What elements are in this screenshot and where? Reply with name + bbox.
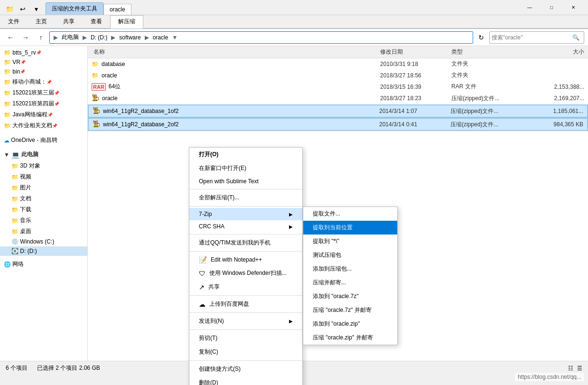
submenu-add-archive[interactable]: 添加到压缩包... [303, 262, 397, 276]
table-row[interactable]: 🗜 oracle 2018/3/27 18:23 压缩(zipped)文件...… [88, 93, 588, 104]
ctx-cut[interactable]: 剪切(T) [189, 331, 302, 345]
file-list-header: 名称 修改日期 类型 大小 [88, 46, 588, 58]
ctx-sep8 [189, 360, 302, 361]
submenu-add-zip[interactable]: 添加到 "oracle.zip" [303, 317, 397, 331]
path-dropdown-icon: ▼ [172, 34, 177, 41]
ctx-delete[interactable]: 删除(D) [189, 376, 302, 385]
ctx-defender[interactable]: 🛡 使用 Windows Defender扫描... [189, 266, 302, 280]
ribbon-tab-view[interactable]: 查看 [83, 15, 110, 28]
submenu-extract-files[interactable]: 提取文件... [303, 207, 397, 221]
ribbon-tabs: 文件 主页 共享 查看 解压缩 [0, 15, 588, 28]
sidebar-item-desktop[interactable]: 📁 桌面 [0, 226, 87, 237]
list-view-icon[interactable]: ☷ [568, 365, 573, 372]
folder-icon: 📁 [4, 59, 11, 66]
submenu-compress-email-zip[interactable]: 压缩 "oracle.zip" 并邮寄 [303, 331, 397, 345]
ctx-sep3 [189, 234, 302, 235]
folder-icon: 📁 [11, 217, 19, 224]
pin-icon: 📌 [47, 113, 53, 117]
watermark: https://blog.csdn.net/qq... [515, 373, 584, 381]
ctx-send-to[interactable]: 发送到(N) ▶ [189, 314, 302, 328]
tab-oracle[interactable]: oracle [103, 4, 131, 15]
minimize-button[interactable]: — [519, 0, 541, 15]
col-header-type[interactable]: 类型 [451, 48, 527, 56]
ribbon-tab-share[interactable]: 共享 [55, 15, 83, 28]
ctx-crcsha[interactable]: CRC SHA ▶ [189, 220, 302, 233]
path-oracle[interactable]: oracle [151, 33, 170, 42]
submenu-compress-email-7z[interactable]: 压缩 "oracle.7z" 并邮寄 [303, 303, 397, 317]
ctx-7zip[interactable]: 7-Zip ▶ [189, 208, 302, 220]
folder-icon: 📁 [4, 49, 11, 56]
ctx-create-shortcut[interactable]: 创建快捷方式(S) [189, 362, 302, 376]
forward-button[interactable]: → [19, 31, 32, 44]
table-row-selected-1[interactable]: 🗜 win64_11gR2_database_1of2 2014/3/14 1:… [88, 104, 588, 118]
sidebar-section-pc[interactable]: ▼ 💻 此电脑 [0, 149, 87, 160]
sidebar-item-class3[interactable]: 📁 152021班第三届 📌 [0, 87, 87, 98]
search-input[interactable] [492, 34, 572, 41]
submenu-compress-email[interactable]: 压缩并邮寄... [303, 276, 397, 290]
search-box[interactable]: 🔍 [489, 31, 584, 44]
folder-icon: 📁 [11, 207, 19, 213]
share-icon: ↗ [199, 283, 205, 291]
down-btn[interactable]: ▾ [30, 3, 42, 15]
ribbon-tab-home[interactable]: 主页 [28, 15, 55, 28]
path-drive[interactable]: D: (D:) [89, 33, 109, 42]
address-path[interactable]: ▶ 此电脑 ▶ D: (D:) ▶ software ▶ oracle ▼ [49, 31, 473, 44]
path-pc[interactable]: 此电脑 [60, 32, 81, 42]
ctx-notepad[interactable]: 📝 Edit with Notepad++ [189, 253, 302, 266]
detail-view-icon[interactable]: ☰ [577, 365, 582, 372]
ctx-open-sublime[interactable]: Open with Sublime Text [189, 175, 302, 188]
sidebar-item-3d[interactable]: 📁 3D 对象 [0, 160, 87, 171]
ctx-open[interactable]: 打开(O) [189, 148, 302, 161]
ctx-copy[interactable]: 复制(C) [189, 345, 302, 359]
undo-btn[interactable]: ↩ [17, 3, 28, 15]
file-type: 压缩(zipped)文件... [450, 107, 526, 115]
refresh-button[interactable]: ↻ [475, 31, 487, 44]
sidebar-item-music[interactable]: 📁 音乐 [0, 215, 87, 226]
ctx-qq-send[interactable]: 通过QQ/TIM发送到我的手机 [189, 236, 302, 250]
file-size: 2,153,388... [527, 84, 584, 90]
file-date: 2018/3/27 18:56 [380, 72, 451, 79]
maximize-button[interactable]: □ [541, 0, 562, 15]
table-row[interactable]: 📁 oracle 2018/3/27 18:56 文件夹 [88, 70, 588, 81]
sidebar-item-docs[interactable]: 📁 大作业相关文档 📌 [0, 120, 87, 131]
sidebar-item-java[interactable]: 📁 Java网络编程 📌 [0, 109, 87, 120]
submenu-extract-to[interactable]: 提取到 "*\" [303, 235, 397, 248]
sidebar-item-mobile[interactable]: 📁 移动小商城： 📌 [0, 76, 87, 87]
sidebar-item-downloads[interactable]: 📁 下载 [0, 204, 87, 215]
folder-icon: 📁 [11, 163, 19, 169]
sidebar-item-video[interactable]: 📁 视频 [0, 171, 87, 182]
back-button[interactable]: ← [4, 31, 17, 44]
sidebar-item-drive-d[interactable]: 💽 D: (D:) [0, 246, 87, 256]
pin-icon: 📌 [20, 60, 26, 65]
up-button[interactable]: ↑ [34, 31, 47, 44]
title-icons: 📁 ↩ ▾ [4, 3, 42, 15]
submenu-test[interactable]: 测试压缩包 [303, 248, 397, 262]
table-row-selected-2[interactable]: 🗜 win64_11gR2_database_2of2 2014/3/14 0:… [88, 118, 588, 131]
close-button[interactable]: ✕ [562, 0, 584, 15]
ctx-open-new-window[interactable]: 在新窗口中打开(E) [189, 161, 302, 175]
table-row[interactable]: RAR 64位 2018/3/15 16:39 RAR 文件 2,153,388… [88, 81, 588, 93]
sidebar-item-bin[interactable]: 📁 bin 📌 [0, 67, 87, 76]
ctx-baidu[interactable]: ☁ 上传到百度网盘 [189, 297, 302, 311]
col-header-name[interactable]: 名称 [92, 47, 380, 57]
col-header-date[interactable]: 修改日期 [380, 48, 451, 56]
sidebar-item-documents[interactable]: 📁 文档 [0, 193, 87, 204]
sidebar-item-class4[interactable]: 📁 152021班第四届 📌 [0, 98, 87, 109]
table-row[interactable]: 📁 database 2010/3/31 9:18 文件夹 [88, 58, 588, 70]
tab-compressed-tools[interactable]: 压缩的文件夹工具 [46, 2, 103, 15]
ctx-share[interactable]: ↗ 共享 [189, 280, 302, 294]
submenu-extract-here[interactable]: 提取到当前位置 [303, 221, 397, 235]
path-software[interactable]: software [117, 33, 142, 42]
defender-icon: 🛡 [199, 270, 205, 277]
sidebar-item-images[interactable]: 📁 图片 [0, 182, 87, 193]
sidebar-item-drive-c[interactable]: 💿 Windows (C:) [0, 237, 87, 246]
sidebar-item-onedrive[interactable]: ☁ OneDrive - 南昌聘 [0, 135, 87, 146]
submenu-add-7z[interactable]: 添加到 "oracle.7z" [303, 290, 397, 303]
ctx-extract-all[interactable]: 全部解压缩(T)... [189, 191, 302, 205]
col-header-size[interactable]: 大小 [527, 48, 584, 56]
sidebar-item-btts[interactable]: 📁 btts_5_rv 📌 [0, 48, 87, 57]
sidebar-item-network[interactable]: 🌐 网络 [0, 259, 87, 270]
ribbon-tab-file[interactable]: 文件 [0, 15, 28, 28]
sidebar-item-vr[interactable]: 📁 VR 📌 [0, 57, 87, 67]
ribbon-tab-extract[interactable]: 解压缩 [110, 15, 143, 28]
